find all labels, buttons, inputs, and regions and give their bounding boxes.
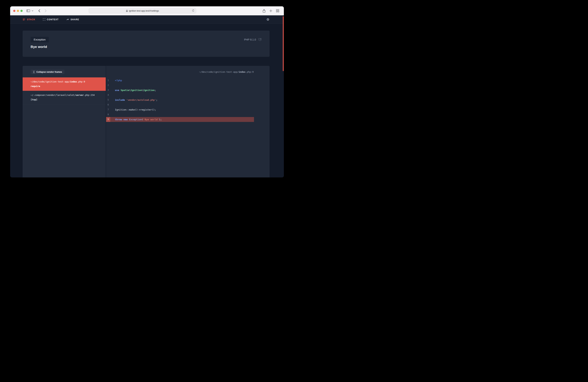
browser-toolbar: ignition-test-app.test/#settings xyxy=(10,6,284,15)
line-number: 1 xyxy=(106,78,110,83)
window-controls xyxy=(13,10,23,12)
frame-path-suffix: .php:9 xyxy=(77,80,85,83)
collapse-vendor-frames-button[interactable]: Collapse vendor frames xyxy=(31,70,64,74)
toolbar-right-icons xyxy=(262,6,279,15)
tab-context[interactable]: CONTEXT xyxy=(43,18,59,21)
line-number: 4 xyxy=(106,93,110,97)
frames-panel-header: Collapse vendor frames xyxy=(23,66,106,77)
exception-message: Bye world xyxy=(31,45,262,49)
code-line-text xyxy=(110,93,115,97)
line-number: 6 xyxy=(106,102,110,107)
lock-icon xyxy=(126,10,128,12)
code-token: ; xyxy=(156,98,158,101)
code-token: ( xyxy=(142,118,143,121)
code-token xyxy=(125,98,126,101)
code-path-file: index xyxy=(239,71,246,73)
code-line-text: throw new Exception('Bye world'); xyxy=(110,117,162,122)
code-token: 'vendor/autoload.php' xyxy=(126,98,156,101)
collapse-icon xyxy=(33,71,35,73)
url-text: ignition-test-app.test/#settings xyxy=(129,10,159,12)
tab-stack-label: STACK xyxy=(27,18,35,21)
line-number: 3 xyxy=(106,88,110,93)
code-line: 3use Spatie\Ignition\Ignition; xyxy=(106,88,254,93)
line-number: 7 xyxy=(106,107,110,112)
share-sheet-icon[interactable] xyxy=(262,9,266,13)
frame-method: require xyxy=(31,84,100,88)
frames-panel: Collapse vendor frames ~/dev/code/igniti… xyxy=(23,66,106,177)
frames-list: ~/dev/code/ignition-test-app/index.php:9… xyxy=(23,77,106,104)
frame-path-prefix: ~/.composer/vendor/laravel/valet/ xyxy=(31,94,76,96)
exception-type-badge: Exception xyxy=(31,37,49,42)
ignition-page: STACK CONTEXT SHARE ⚙ xyxy=(10,15,284,177)
code-token: \ xyxy=(129,89,130,92)
code-token: Ignition::make()->register(); xyxy=(115,108,156,111)
line-number: 2 xyxy=(106,83,110,88)
code-token: Ignition xyxy=(130,89,142,92)
code-line: 1<?php xyxy=(106,78,254,83)
frame-path-suffix: .php:234 xyxy=(84,94,95,96)
collapse-button-label: Collapse vendor frames xyxy=(36,71,62,73)
code-line-text xyxy=(110,112,115,117)
tab-overview-icon[interactable] xyxy=(276,9,279,12)
tab-context-label: CONTEXT xyxy=(47,18,59,21)
code-editor: 1<?php23use Spatie\Ignition\Ignition;45i… xyxy=(106,78,270,122)
code-file-path: ~/dev/code/ignition-test-app/index.php:9 xyxy=(106,66,270,77)
back-icon[interactable] xyxy=(38,9,40,12)
zoom-window-button[interactable] xyxy=(21,10,23,12)
chevron-down-icon[interactable] xyxy=(32,10,33,11)
code-token: include xyxy=(115,98,125,101)
reload-icon[interactable] xyxy=(192,9,194,12)
new-tab-icon[interactable] xyxy=(269,9,272,12)
code-line-text: <?php xyxy=(110,78,122,83)
tab-share-label: SHARE xyxy=(71,18,79,21)
code-token: \ xyxy=(142,89,143,92)
gear-icon[interactable]: ⚙ xyxy=(267,18,269,21)
code-line-text: Ignition::make()->register(); xyxy=(110,107,156,112)
stack-frame[interactable]: ~/.composer/vendor/laravel/valet/server.… xyxy=(23,91,106,104)
code-line: 2 xyxy=(106,83,254,88)
code-token: ); xyxy=(159,118,162,121)
minimize-window-button[interactable] xyxy=(17,10,19,12)
page-content: Exception PHP 8.1.0 Bye world xyxy=(10,24,284,177)
code-token: Exception xyxy=(129,118,142,121)
frame-path-prefix: ~/dev/code/ignition-test-app/ xyxy=(31,80,70,83)
php-version-label: PHP 8.1.0 xyxy=(244,38,256,41)
ignition-navbar: STACK CONTEXT SHARE ⚙ xyxy=(10,15,284,24)
tab-stack[interactable]: STACK xyxy=(23,18,35,21)
share-icon xyxy=(66,19,69,21)
code-line: 4 xyxy=(106,93,254,97)
code-token: Ignition xyxy=(143,89,155,92)
code-panel: ~/dev/code/ignition-test-app/index.php:9… xyxy=(106,66,270,177)
address-bar[interactable]: ignition-test-app.test/#settings xyxy=(89,8,196,13)
code-token: 'Bye world' xyxy=(143,118,159,121)
code-line: 6 xyxy=(106,102,254,107)
frame-path-file: index xyxy=(70,80,77,83)
frame-path: ~/dev/code/ignition-test-app/index.php:9 xyxy=(31,79,100,84)
code-line-text xyxy=(110,83,115,88)
code-token xyxy=(122,118,124,121)
code-line: 5include 'vendor/autoload.php'; xyxy=(106,97,254,102)
php-version-chip: PHP 8.1.0 xyxy=(244,38,262,41)
stack-trace-card: Collapse vendor frames ~/dev/code/igniti… xyxy=(23,66,270,177)
frame-method: [top] xyxy=(31,97,100,102)
line-number: 5 xyxy=(106,97,110,102)
stack-icon xyxy=(23,19,25,21)
close-window-button[interactable] xyxy=(13,10,15,12)
frame-path-file: server xyxy=(76,94,84,96)
exception-card: Exception PHP 8.1.0 Bye world xyxy=(23,31,270,57)
stack-frame[interactable]: ~/dev/code/ignition-test-app/index.php:9… xyxy=(23,77,106,91)
browser-window: ignition-test-app.test/#settings xyxy=(10,6,284,177)
tab-share[interactable]: SHARE xyxy=(66,18,79,21)
line-number: 9 xyxy=(106,117,110,122)
page-scrollbar[interactable] xyxy=(283,16,284,71)
code-line-text: include 'vendor/autoload.php'; xyxy=(110,97,158,102)
code-line: 7Ignition::make()->register(); xyxy=(106,107,254,112)
code-line-text: use Spatie\Ignition\Ignition; xyxy=(110,88,156,93)
context-icon xyxy=(43,18,45,21)
forward-icon[interactable] xyxy=(45,9,46,12)
code-path-suffix: .php:9 xyxy=(246,71,254,73)
code-token: use xyxy=(115,89,119,92)
code-token: ; xyxy=(155,89,156,92)
code-line-text xyxy=(110,102,115,107)
sidebar-icon[interactable] xyxy=(26,9,30,12)
